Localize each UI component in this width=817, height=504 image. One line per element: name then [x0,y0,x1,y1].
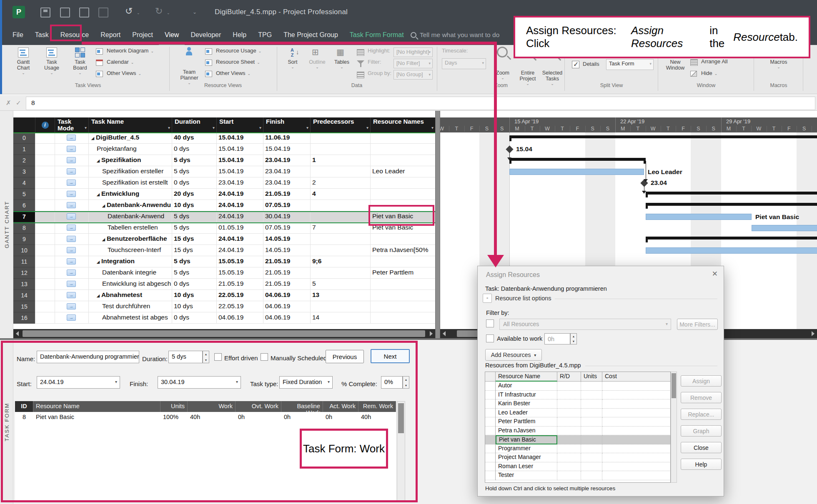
dialog-button-close[interactable]: Close [681,442,722,453]
cell-pred-9[interactable] [310,234,370,245]
available-to-work-spinner[interactable]: ▲▼ [570,333,577,344]
ribbon-dropdown-highlight[interactable]: [No Highlight]▾ [393,47,433,57]
dialog-row-selector[interactable] [485,399,496,409]
table-header-info[interactable]: i [35,117,55,132]
row-id-6[interactable]: 6 [13,200,35,211]
dialog-units-cell[interactable] [581,427,602,436]
cell-name-13[interactable]: Entwicklung ist abgesch [88,279,172,290]
row-id-11[interactable]: 11 [13,256,35,267]
filter-arrow-icon[interactable]: ▾ [168,125,170,131]
table-header-task-mode[interactable]: Task Mode▾ [55,117,88,132]
timescale-dropdown[interactable]: Days▾ [442,58,486,69]
cell-res-10[interactable]: Petra nJavsen[50% [370,245,435,256]
dialog-rd-cell[interactable] [557,409,581,418]
cell-info-15[interactable] [35,301,55,312]
dialog-button-help[interactable]: Help [681,459,722,470]
dialog-resource-peter-parttlem[interactable]: Peter Parttlem [496,417,557,427]
scroll-left-icon[interactable] [16,331,19,336]
dialog-row-selector[interactable] [485,444,496,454]
filter-arrow-icon[interactable]: ▾ [431,125,434,131]
cell-name-3[interactable]: Spezifikation ersteller [88,166,172,177]
summary-bar-row2[interactable] [509,158,646,161]
filter-arrow-icon[interactable]: ▾ [366,125,368,131]
scroll-left-icon[interactable] [443,331,446,336]
dialog-row-selector[interactable] [485,435,496,444]
ribbon-button-hide[interactable]: Hide⌄ [690,70,717,79]
dialog-units-cell[interactable] [581,391,602,400]
cell-res-4[interactable] [370,177,435,189]
cell-mode-10[interactable]: → [55,245,88,256]
filter-arrow-icon[interactable]: ▾ [213,125,215,131]
table-header-row-id[interactable] [13,117,35,132]
cell-duration-5[interactable]: 20 dys [172,189,216,200]
cell-name-0[interactable]: ◢DigiButler_4.5 [88,132,172,144]
ribbon-button-tables[interactable]: ▦Tables⌄ [331,47,353,82]
cell-start-5[interactable]: 24.04.19 [216,189,263,200]
collapse-triangle-icon[interactable]: ◢ [97,294,100,298]
collapse-triangle-icon[interactable]: ◢ [102,204,105,208]
save-icon[interactable] [40,7,50,17]
cell-finish-2[interactable]: 23.04.19 [263,155,310,166]
dialog-units-cell[interactable] [581,444,602,454]
cell-start-6[interactable]: 24.04.19 [216,200,263,211]
cell-pred-5[interactable]: 4 [310,189,370,200]
dialog-button-graph[interactable]: Graph [681,425,722,437]
cell-start-9[interactable]: 24.04.19 [216,234,263,245]
cell-name-15[interactable]: Test durchführen [88,301,172,312]
cell-info-14[interactable] [35,290,55,301]
dialog-col-header-resource-name[interactable]: Resource Name [496,372,557,382]
dialog-cost-cell[interactable] [602,427,671,436]
dialog-vertical-scrollbar[interactable] [671,372,677,483]
cell-start-15[interactable]: 22.05.19 [216,301,263,312]
cell-duration-0[interactable]: 40 dys [172,132,216,144]
cell-start-14[interactable]: 22.05.19 [216,290,263,301]
cell-info-8[interactable] [35,222,55,234]
cell-duration-13[interactable]: 0 dys [172,279,216,290]
cell-start-4[interactable]: 23.04.19 [216,177,263,189]
cell-finish-3[interactable]: 23.04.19 [263,166,310,177]
table-header-start[interactable]: Start▾ [216,117,263,132]
collapse-triangle-icon[interactable]: ◢ [102,237,105,242]
cell-finish-9[interactable]: 14.05.19 [263,234,310,245]
cell-name-10[interactable]: Touchscreen-Interf [88,245,172,256]
details-checkbox[interactable] [572,61,579,68]
cell-mode-4[interactable]: → [55,177,88,189]
cell-pred-0[interactable] [310,132,370,144]
cell-duration-3[interactable]: 5 dys [172,166,216,177]
ribbon-button-other-views[interactable]: Other Views⌄ [96,70,141,79]
dialog-rd-cell[interactable] [557,435,581,444]
dialog-units-cell[interactable] [581,471,602,480]
cell-pred-11[interactable]: 9;6 [310,256,370,267]
menu-tab-file[interactable]: File [7,25,29,45]
cell-pred-12[interactable] [310,267,370,279]
dialog-col-header-units[interactable]: Units [581,372,602,382]
ribbon-button-team-planner[interactable]: Team Planner⌄ [177,47,202,82]
collapse-triangle-icon[interactable]: ◢ [97,159,100,163]
cell-duration-8[interactable]: 5 dys [172,222,216,234]
cell-name-16[interactable]: Abnahmetest ist abges [88,312,172,324]
row-id-3[interactable]: 3 [13,166,35,177]
cell-info-6[interactable] [35,200,55,211]
filter-checkbox[interactable] [486,319,494,327]
cell-finish-1[interactable]: 15.04.19 [263,144,310,155]
confirm-entry-icon[interactable]: ✓ [16,99,21,107]
cell-duration-12[interactable]: 5 dys [172,267,216,279]
more-filters-button[interactable]: More Filters... [677,319,718,330]
dialog-units-cell[interactable] [581,399,602,409]
ribbon-button-arrange-all[interactable]: Arrange All [690,58,728,67]
dialog-cost-cell[interactable] [602,391,671,400]
cell-info-1[interactable] [35,144,55,155]
cell-duration-7[interactable]: 5 dys [172,211,216,222]
cell-duration-14[interactable]: 10 dys [172,290,216,301]
dialog-rd-cell[interactable] [557,471,581,480]
cell-name-5[interactable]: ◢Entwicklung [88,189,172,200]
cell-pred-1[interactable] [310,144,370,155]
cell-finish-0[interactable]: 11.06.19 [263,132,310,144]
cell-pred-7[interactable] [310,211,370,222]
cell-name-11[interactable]: ◢Integration [88,256,172,267]
ribbon-button-task-usage[interactable]: Task Usage⌄ [40,47,63,82]
dialog-rd-cell[interactable] [557,391,581,400]
cell-finish-13[interactable]: 21.05.19 [263,279,310,290]
cell-res-13[interactable] [370,279,435,290]
dialog-units-cell[interactable] [581,435,602,444]
